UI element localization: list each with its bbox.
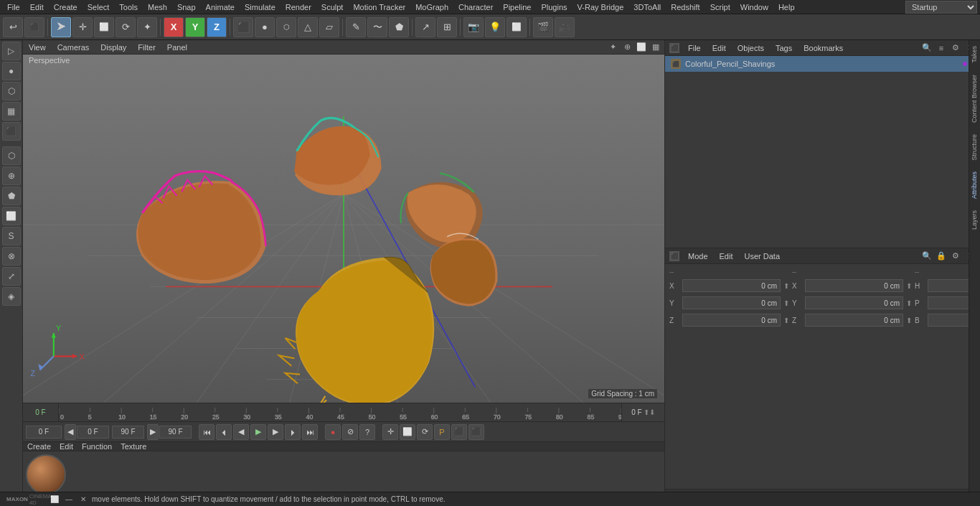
pb-anim-button[interactable]: ⬛ — [468, 424, 484, 440]
y-pos-input[interactable] — [682, 296, 781, 309]
arrow-left-input[interactable]: ◀ — [65, 424, 76, 440]
menu-render[interactable]: Render — [281, 2, 316, 12]
viewport-icon-1[interactable]: ✦ — [607, 42, 618, 53]
nurbs-button[interactable]: ⬟ — [389, 17, 409, 37]
menu-pipeline[interactable]: Pipeline — [499, 2, 535, 12]
x-axis-button[interactable]: X — [164, 17, 184, 37]
menu-character[interactable]: Character — [454, 2, 497, 12]
left-tool-2[interactable]: ● — [2, 62, 21, 80]
obj-menu-tags[interactable]: Tags — [773, 43, 795, 53]
pb-box-button[interactable]: ⬜ — [400, 424, 415, 440]
play-reverse-button[interactable]: ◀ — [233, 424, 249, 440]
left-tool-13[interactable]: ◈ — [2, 287, 21, 306]
viewport-icon-4[interactable]: ▦ — [650, 42, 661, 53]
menu-motion-tracker[interactable]: Motion Tracker — [349, 2, 410, 12]
menu-3dtoall[interactable]: 3DToAll — [629, 2, 665, 12]
auto-key-button[interactable]: ⊘ — [342, 424, 358, 440]
menu-plugins[interactable]: Plugins — [537, 2, 571, 12]
pb-grid-button[interactable]: ⬛ — [451, 424, 467, 440]
left-tool-9[interactable]: ⬜ — [2, 207, 21, 225]
y-mid-input[interactable] — [805, 296, 903, 309]
viewport-menu-panel[interactable]: Panel — [164, 42, 190, 52]
plane-button[interactable]: ▱ — [319, 17, 339, 37]
transform-tool-button[interactable]: ✦ — [137, 17, 157, 37]
mat-menu-texture[interactable]: Texture — [121, 442, 146, 451]
material-ball[interactable] — [26, 454, 66, 495]
viewport-menu-display[interactable]: Display — [98, 42, 129, 52]
effector-button[interactable]: ⊞ — [437, 17, 457, 37]
light-button[interactable]: 💡 — [485, 17, 505, 37]
tab-structure[interactable]: Structure — [969, 128, 980, 167]
pb-move-button[interactable]: ✛ — [382, 424, 398, 440]
left-tool-1[interactable]: ▷ — [2, 42, 21, 60]
object-row-0[interactable]: ⬛ Colorful_Pencil_Shavings — [665, 56, 980, 72]
undo-button[interactable]: ↩ — [3, 17, 23, 37]
pb-rotate-button[interactable]: ⟳ — [417, 424, 433, 440]
record-button[interactable]: ● — [325, 424, 341, 440]
menu-mesh[interactable]: Mesh — [143, 2, 171, 12]
close-icon[interactable]: ✕ — [77, 494, 89, 505]
spline-button[interactable]: 〜 — [367, 17, 387, 37]
obj-menu-bookmarks[interactable]: Bookmarks — [801, 43, 846, 53]
left-tool-3[interactable]: ⬡ — [2, 82, 21, 100]
go-start-button[interactable]: ⏮ — [199, 424, 215, 440]
mat-menu-create[interactable]: Create — [27, 442, 51, 451]
menu-sculpt[interactable]: Sculpt — [317, 2, 348, 12]
left-tool-4[interactable]: ▦ — [2, 102, 21, 121]
menu-tools[interactable]: Tools — [115, 2, 142, 12]
viewport-menu-filter[interactable]: Filter — [135, 42, 158, 52]
menu-mograph[interactable]: MoGraph — [411, 2, 453, 12]
play-button[interactable]: ▶ — [250, 424, 266, 440]
menu-select[interactable]: Select — [83, 2, 114, 12]
z-pos-input[interactable] — [682, 314, 781, 327]
menu-window[interactable]: Window — [736, 2, 773, 12]
frame-end-input2-val[interactable] — [159, 426, 192, 439]
menu-snap[interactable]: Snap — [173, 2, 200, 12]
left-tool-12[interactable]: ⤢ — [2, 267, 21, 286]
objects-content[interactable]: ⬛ Colorful_Pencil_Shavings — [665, 56, 980, 248]
obj-search-icon[interactable]: 🔍 — [921, 42, 933, 54]
move-tool-button[interactable]: ✛ — [72, 17, 93, 37]
obj-menu-file[interactable]: File — [685, 43, 704, 53]
obj-settings-icon[interactable]: ⚙ — [950, 42, 961, 54]
layout-select[interactable]: Startup — [905, 1, 977, 14]
left-tool-7[interactable]: ⊕ — [2, 167, 21, 185]
pb-snap-button[interactable]: P — [434, 424, 450, 440]
viewport[interactable]: View Cameras Display Filter Panel ✦ ⊕ ⬜ … — [23, 40, 664, 403]
step-fwd-button[interactable]: ⏵ — [285, 424, 301, 440]
cube-button[interactable]: ⬛ — [233, 17, 253, 37]
step-back-button[interactable]: ⏴ — [216, 424, 232, 440]
current-frame-input[interactable] — [77, 426, 109, 439]
step-forward-button[interactable]: ▶ — [268, 424, 283, 440]
obj-menu-objects[interactable]: Objects — [735, 43, 767, 53]
left-tool-11[interactable]: ⊗ — [2, 247, 21, 266]
attr-menu-edit[interactable]: Edit — [717, 251, 736, 261]
redo-button[interactable]: ⬛ — [24, 17, 44, 37]
obj-filter-icon[interactable]: ≡ — [936, 42, 947, 54]
frame-end-input[interactable] — [112, 426, 144, 439]
menu-file[interactable]: File — [3, 2, 24, 12]
left-tool-5[interactable]: ⬛ — [2, 122, 21, 141]
left-tool-10[interactable]: S — [2, 227, 21, 245]
frame-end-input2[interactable]: ▶ — [147, 424, 159, 440]
y-axis-button[interactable]: Y — [185, 17, 205, 37]
menu-script[interactable]: Script — [706, 2, 735, 12]
z-axis-button[interactable]: Z — [207, 17, 227, 37]
menu-create[interactable]: Create — [50, 2, 82, 12]
menu-edit[interactable]: Edit — [26, 2, 48, 12]
deformer-button[interactable]: ↗ — [415, 17, 435, 37]
menu-vray[interactable]: V-Ray Bridge — [573, 2, 628, 12]
render-button[interactable]: 🎬 — [533, 17, 553, 37]
timeline-ruler[interactable]: 0 5 10 15 20 25 30 35 40 45 50 — [59, 403, 621, 421]
attr-menu-mode[interactable]: Mode — [685, 251, 711, 261]
viewport-icon-2[interactable]: ⊕ — [621, 42, 633, 53]
cone-button[interactable]: △ — [298, 17, 318, 37]
render-settings-button[interactable]: 🎥 — [555, 17, 575, 37]
x-mid-input[interactable] — [805, 279, 903, 292]
mat-menu-function[interactable]: Function — [82, 442, 112, 451]
screen-icon[interactable]: ⬜ — [49, 494, 60, 505]
viewport-icon-3[interactable]: ⬜ — [636, 42, 647, 53]
tab-layers[interactable]: Layers — [969, 205, 980, 235]
menu-simulate[interactable]: Simulate — [240, 2, 280, 12]
tab-content-browser[interactable]: Content Browser — [969, 69, 980, 128]
